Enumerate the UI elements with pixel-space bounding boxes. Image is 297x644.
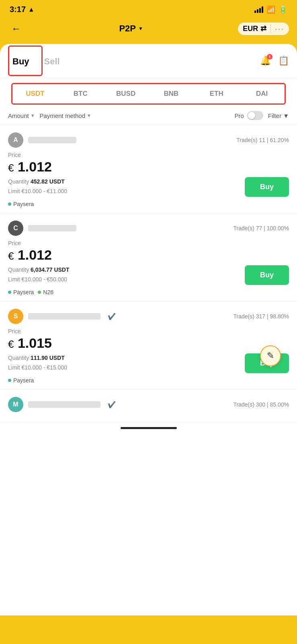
crypto-tabs-container: USDT BTC BUSD BNB ETH DAI — [0, 78, 297, 105]
qty-limit-row-1: Quantity 452.82 USDT Limit €10.000 - €11… — [8, 177, 289, 197]
nav-center: P2P ▼ — [119, 23, 143, 34]
qty-limit-info-1: Quantity 452.82 USDT Limit €10.000 - €11… — [8, 177, 67, 196]
main-content: Buy Sell 🔔 1 📋 USDT BTC BUSD BNB ETH DAI… — [0, 44, 297, 615]
back-button[interactable]: ← — [8, 21, 24, 37]
filter-row: Amount ▼ Payment method ▼ Pro Filter ▼ — [0, 105, 297, 125]
crypto-tab-busd[interactable]: BUSD — [103, 84, 149, 103]
tag-dot-n26-2 — [38, 291, 41, 294]
payment-tag-paysera-2: Paysera — [8, 289, 34, 295]
status-icons: 📶 🔋 — [254, 5, 287, 14]
payment-method-label: Payment method — [40, 112, 85, 119]
card-header-4: M ✔️ Trade(s) 300 | 85.00% — [8, 397, 289, 412]
amount-filter[interactable]: Amount ▼ — [8, 112, 35, 119]
edit-icon: ✎ — [267, 351, 274, 361]
price-label-1: Price — [8, 152, 289, 158]
user-info-4: M ✔️ — [8, 397, 116, 412]
sell-tab[interactable]: Sell — [43, 47, 68, 74]
tag-label-1: Paysera — [13, 201, 34, 207]
tag-label-paysera-2: Paysera — [13, 289, 34, 295]
p2p-dropdown-icon[interactable]: ▼ — [138, 26, 143, 31]
price-currency-3: € — [8, 338, 14, 350]
payment-tag-n26-2: N26 — [38, 289, 53, 295]
crypto-tab-bnb[interactable]: BNB — [148, 84, 194, 103]
trade-stats-4: Trade(s) 300 | 85.00% — [233, 401, 289, 408]
qty-limit-row-2: Quantity 6,034.77 USDT Limit €10.000 - €… — [8, 265, 289, 285]
buy-sell-tab-row: Buy Sell 🔔 1 📋 — [0, 44, 297, 78]
currency-label: EUR — [243, 25, 258, 33]
currency-button[interactable]: EUR ⇄ — [243, 24, 266, 33]
home-indicator — [0, 422, 297, 432]
back-arrow-icon: ← — [11, 23, 21, 34]
payment-dropdown-icon: ▼ — [87, 113, 91, 118]
user-info-3: S ✔️ — [8, 309, 116, 324]
listing-card-4: M ✔️ Trade(s) 300 | 85.00% — [0, 390, 297, 422]
tab-actions: 🔔 1 📋 — [260, 56, 289, 66]
status-bar: 3:17 ▲ 📶 🔋 — [0, 0, 297, 17]
payment-tag-paysera-1: Paysera — [8, 201, 34, 207]
qty-limit-row-3: Quantity 111.90 USDT Limit €10.000 - €15… — [8, 353, 289, 373]
payment-tags-3: Paysera — [8, 377, 289, 384]
trade-stats-1: Trade(s) 11 | 61.20% — [236, 137, 289, 143]
user-info-1: A — [8, 132, 76, 148]
user-info-2: C — [8, 221, 76, 236]
listing-card-2: C Trade(s) 77 | 100.00% Price € 1.012 Qu… — [0, 213, 297, 301]
price-label-3: Price — [8, 328, 289, 334]
buy-tab[interactable]: Buy — [11, 47, 37, 74]
wifi-icon: 📶 — [266, 5, 275, 14]
pro-toggle[interactable] — [247, 111, 263, 120]
notification-button[interactable]: 🔔 1 — [260, 56, 271, 66]
price-row-1: Price € 1.012 — [8, 152, 289, 175]
status-time: 3:17 — [10, 5, 26, 14]
qty-limit-info-3: Quantity 111.90 USDT Limit €10.000 - €15… — [8, 353, 67, 373]
verified-icon-4: ✔️ — [108, 401, 116, 409]
username-blur-1 — [28, 137, 76, 143]
listing-card-3: S ✔️ Trade(s) 317 | 98.80% Price € 1.015… — [0, 301, 297, 390]
card-header-2: C Trade(s) 77 | 100.00% — [8, 221, 289, 236]
notification-badge: 1 — [267, 54, 272, 60]
trade-stats-3: Trade(s) 317 | 98.80% — [233, 313, 289, 320]
top-nav: ← P2P ▼ EUR ⇄ ··· — [0, 17, 297, 44]
nav-divider — [270, 24, 271, 33]
tag-label-paysera-3: Paysera — [13, 377, 34, 384]
crypto-tab-dai[interactable]: DAI — [239, 84, 285, 103]
currency-swap-icon: ⇄ — [260, 24, 266, 33]
buy-sell-tabs: Buy Sell — [8, 44, 260, 78]
amount-dropdown-icon: ▼ — [31, 113, 35, 118]
price-currency-2: € — [8, 250, 14, 262]
location-icon: ▲ — [28, 6, 35, 13]
orders-icon[interactable]: 📋 — [278, 56, 289, 66]
tag-label-n26-2: N26 — [43, 289, 53, 295]
more-button[interactable]: ··· — [275, 24, 284, 33]
filter-button[interactable]: Filter ▼ — [268, 112, 289, 119]
username-blur-4 — [28, 401, 100, 408]
avatar-1: A — [8, 132, 23, 148]
nav-title: P2P — [119, 23, 136, 34]
listing-card-1: A Trade(s) 11 | 61.20% Price € 1.012 Qua… — [0, 125, 297, 213]
avatar-3: S — [8, 309, 23, 324]
crypto-tab-eth[interactable]: ETH — [194, 84, 239, 103]
tag-dot-1 — [8, 202, 11, 206]
avatar-4: M — [8, 397, 23, 412]
buy-button-2[interactable]: Buy — [245, 265, 289, 285]
payment-tags-2: Paysera N26 — [8, 289, 289, 295]
tag-dot-paysera-2 — [8, 291, 11, 294]
fab-button[interactable]: ✎ — [260, 345, 281, 366]
price-value-1: € 1.012 — [8, 159, 289, 175]
price-label-2: Price — [8, 240, 289, 246]
price-currency-1: € — [8, 162, 14, 174]
payment-method-filter[interactable]: Payment method ▼ — [40, 112, 91, 119]
pro-label: Pro — [234, 112, 244, 119]
signal-icon — [254, 6, 263, 13]
username-blur-3 — [28, 313, 100, 320]
price-value-3: € 1.015 — [8, 335, 289, 351]
buy-button-1[interactable]: Buy — [245, 177, 289, 197]
crypto-tab-btc[interactable]: BTC — [58, 84, 103, 103]
card-header-1: A Trade(s) 11 | 61.20% — [8, 132, 289, 148]
qty-limit-info-2: Quantity 6,034.77 USDT Limit €10.000 - €… — [8, 265, 70, 285]
verified-icon-3: ✔️ — [108, 313, 116, 320]
price-row-3: Price € 1.015 — [8, 328, 289, 351]
crypto-tab-usdt[interactable]: USDT — [12, 84, 58, 103]
payment-tags-1: Paysera — [8, 201, 289, 207]
filter-label: Filter — [268, 112, 281, 119]
tag-dot-paysera-3 — [8, 379, 11, 382]
